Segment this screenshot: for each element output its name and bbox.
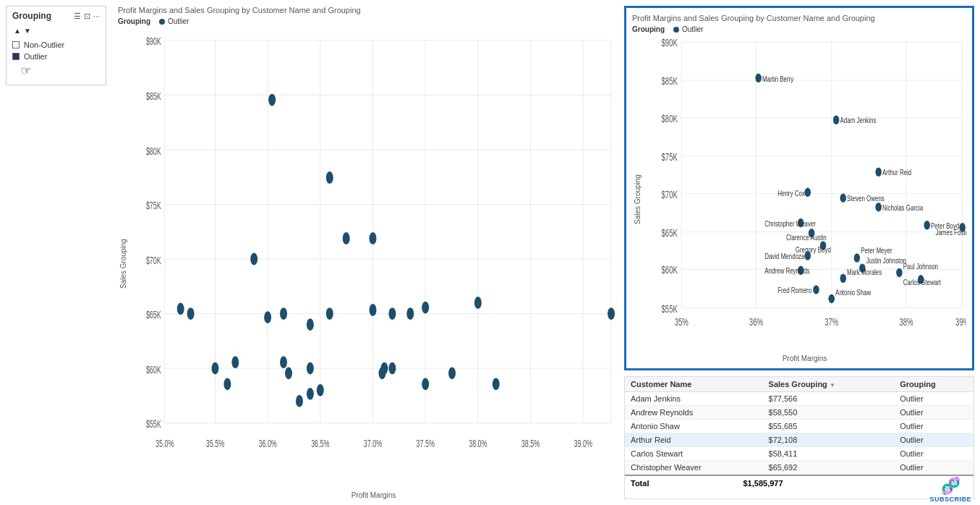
col-grouping: Grouping	[894, 377, 973, 392]
filter-card: Grouping ☰ ⊡ ··· ▲ ▼ Non-Outlier	[6, 6, 106, 85]
svg-text:$75K: $75K	[662, 151, 678, 163]
svg-text:Andrew Reynolds: Andrew Reynolds	[764, 266, 809, 276]
cell-sales: $58,550	[763, 406, 895, 420]
right-legend-outlier: Outlier	[673, 25, 703, 33]
svg-text:Martin Berry: Martin Berry	[762, 74, 793, 83]
cell-grouping: Outlier	[894, 433, 973, 447]
svg-text:38%: 38%	[899, 317, 913, 328]
svg-text:Mark Morales: Mark Morales	[847, 268, 882, 277]
right-x-axis-label: Profit Margins	[643, 355, 966, 362]
table-header-row: Customer Name Sales Grouping ▼ Grouping	[625, 377, 973, 392]
cell-name: Andrew Reynolds	[625, 406, 763, 420]
svg-point-48	[307, 388, 314, 400]
filter-item-outlier[interactable]: Outlier	[12, 52, 100, 61]
filter-item-non-outlier[interactable]: Non-Outlier	[12, 41, 100, 49]
sort-down-icon[interactable]: ▼	[24, 27, 31, 35]
svg-text:Antonio Shaw: Antonio Shaw	[835, 288, 872, 297]
svg-text:$55K: $55K	[662, 303, 678, 315]
cell-grouping: Outlier	[894, 461, 973, 475]
svg-point-63	[448, 367, 456, 379]
filter-card-header: Grouping ☰ ⊡ ···	[12, 11, 100, 21]
svg-text:36.5%: 36.5%	[311, 438, 329, 450]
left-y-axis-label: Sales Grouping	[118, 28, 129, 499]
hamburger-icon[interactable]: ☰	[74, 12, 81, 21]
cell-name: Christopher Weaver	[625, 461, 763, 475]
svg-text:$80K: $80K	[662, 113, 678, 124]
right-chart-title: Profit Margins and Sales Grouping by Cus…	[632, 14, 966, 22]
right-chart-inner: $90K $85K $80K $75K $70K $65K $60K $55K …	[643, 36, 966, 362]
svg-point-41	[307, 318, 314, 331]
right-legend: Grouping Outlier	[632, 25, 966, 33]
cell-sales: $72,108	[763, 433, 895, 447]
svg-text:Christopher Weaver: Christopher Weaver	[764, 218, 816, 228]
svg-text:Steven Owens: Steven Owens	[847, 194, 885, 203]
svg-point-40	[264, 311, 271, 323]
svg-text:$85K: $85K	[662, 75, 678, 87]
cell-sales: $65,692	[763, 461, 895, 475]
svg-point-39	[280, 307, 287, 320]
sort-arrows: ▲ ▼	[14, 27, 100, 35]
svg-point-50	[307, 362, 314, 375]
left-x-axis-label: Profit Margins	[129, 491, 618, 499]
svg-point-117	[854, 253, 861, 263]
svg-text:Paul Johnson: Paul Johnson	[903, 262, 938, 271]
svg-point-37	[177, 302, 184, 315]
cell-grouping: Outlier	[894, 392, 973, 406]
right-y-axis-label: Sales Grouping	[632, 36, 643, 362]
svg-text:Carlos Stewart: Carlos Stewart	[903, 278, 941, 287]
left-chart-area: Sales Grouping	[118, 28, 618, 499]
svg-text:$85K: $85K	[146, 90, 161, 103]
svg-point-58	[406, 307, 414, 320]
col-sales-grouping: Sales Grouping ▼	[763, 377, 895, 392]
svg-text:37.5%: 37.5%	[416, 438, 434, 450]
svg-point-125	[840, 274, 846, 284]
svg-text:James Foster: James Foster	[935, 228, 966, 237]
total-value: $1,585,977	[738, 475, 930, 491]
svg-text:Justin Johnston: Justin Johnston	[866, 256, 906, 266]
svg-point-97	[875, 167, 882, 177]
cell-grouping: Outlier	[894, 406, 973, 420]
cell-sales: $77,566	[763, 392, 895, 406]
subscribe-button[interactable]: 🧬 SUBSCRIBE	[929, 477, 971, 503]
svg-point-99	[805, 188, 811, 198]
cell-name: Antonio Shaw	[625, 420, 763, 433]
svg-text:36%: 36%	[749, 317, 763, 328]
expand-icon[interactable]: ⊡	[84, 12, 90, 21]
svg-point-107	[924, 221, 930, 230]
left-legend-outlier: Outlier	[159, 17, 189, 25]
svg-point-95	[833, 116, 840, 125]
svg-point-59	[422, 302, 429, 314]
right-legend-grouping: Grouping	[632, 25, 665, 33]
svg-point-36	[187, 307, 195, 320]
svg-point-47	[296, 395, 303, 407]
svg-text:Clarence Austin: Clarence Austin	[786, 232, 827, 242]
cell-name: Arthur Reid	[625, 433, 763, 447]
svg-point-61	[388, 307, 396, 320]
more-icon[interactable]: ···	[93, 12, 100, 21]
left-legend: Grouping Outlier	[118, 17, 618, 25]
right-legend-dot	[673, 27, 679, 33]
cell-name: Adam Jenkins	[625, 392, 763, 406]
svg-text:37.0%: 37.0%	[364, 438, 382, 450]
checkbox-outlier[interactable]	[12, 53, 20, 60]
cell-grouping: Outlier	[894, 420, 973, 433]
right-legend-outlier-label: Outlier	[682, 25, 703, 33]
total-row: Total $1,585,977	[625, 475, 973, 491]
hand-cursor-icon: ☞	[21, 64, 31, 77]
filter-label-outlier: Outlier	[24, 52, 47, 61]
svg-point-44	[211, 362, 218, 375]
cell-grouping: Outlier	[894, 447, 973, 461]
svg-text:37%: 37%	[825, 317, 838, 328]
svg-text:Fred Romero: Fred Romero	[777, 286, 811, 295]
left-panel: Grouping ☰ ⊡ ··· ▲ ▼ Non-Outlier	[0, 0, 112, 505]
dna-icon: 🧬	[941, 477, 960, 496]
svg-point-129	[813, 285, 819, 294]
cursor-hand-area: ☞	[21, 64, 100, 77]
table-row: Carlos Stewart $58,411 Outlier	[625, 447, 973, 461]
cell-name: Carlos Stewart	[625, 447, 763, 461]
svg-text:$70K: $70K	[146, 254, 161, 266]
svg-point-64	[474, 297, 482, 309]
checkbox-non-outlier[interactable]	[12, 41, 20, 48]
sort-up-icon[interactable]: ▲	[14, 27, 21, 35]
subscribe-label[interactable]: SUBSCRIBE	[929, 496, 971, 503]
